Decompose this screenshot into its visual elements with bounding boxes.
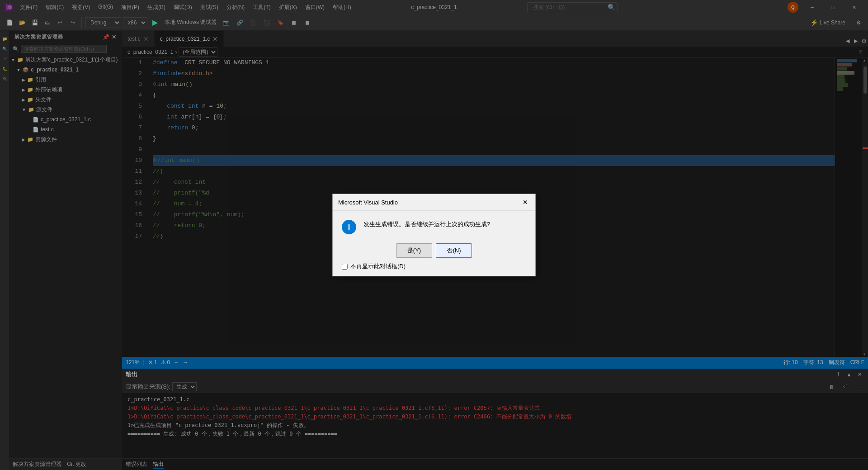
dialog-buttons: 是(Y) 否(N) <box>342 243 526 258</box>
dialog-titlebar: Microsoft Visual Studio ✕ <box>333 194 535 211</box>
dialog-title: Microsoft Visual Studio <box>338 199 398 206</box>
dialog-checkbox-area: 不再显示此对话框(D) <box>342 262 526 271</box>
dialog-dont-show-label: 不再显示此对话框(D) <box>350 262 406 271</box>
dialog-overlay: Microsoft Visual Studio ✕ i 发生生成错误。是否继续并… <box>0 0 868 470</box>
dialog-dont-show-checkbox[interactable] <box>342 264 348 270</box>
dialog-message: 发生生成错误。是否继续并运行上次的成功生成? <box>363 220 490 229</box>
dialog-close-button[interactable]: ✕ <box>521 198 530 207</box>
dialog-footer: 是(Y) 否(N) 不再显示此对话框(D) <box>333 240 535 276</box>
dialog-yes-button[interactable]: 是(Y) <box>396 243 432 258</box>
dialog-body: i 发生生成错误。是否继续并运行上次的成功生成? <box>333 211 535 240</box>
dialog: Microsoft Visual Studio ✕ i 发生生成错误。是否继续并… <box>332 194 536 276</box>
dialog-no-button[interactable]: 否(N) <box>436 243 472 258</box>
dialog-info-icon: i <box>342 220 356 234</box>
